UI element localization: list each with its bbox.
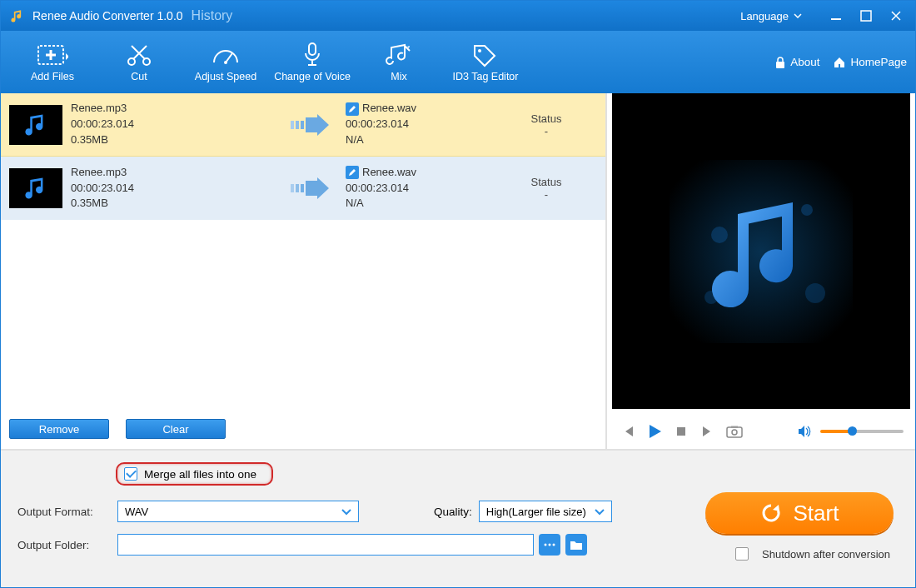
adjust-speed-button[interactable]: Adjust Speed (182, 33, 269, 92)
svg-point-26 (553, 544, 555, 546)
microphone-icon (296, 42, 328, 68)
svg-rect-9 (291, 121, 294, 129)
svg-point-17 (801, 204, 813, 216)
shutdown-checkbox[interactable] (735, 547, 749, 561)
add-files-icon (37, 42, 68, 68)
change-voice-label: Change of Voice (274, 71, 351, 82)
close-button[interactable] (885, 7, 907, 24)
about-link[interactable]: About (774, 56, 819, 69)
dest-filename: Renee.wav (362, 165, 416, 181)
svg-rect-15 (670, 160, 853, 343)
homepage-label: HomePage (850, 56, 907, 68)
mix-button[interactable]: Mix (356, 33, 442, 92)
source-size: 0.35MB (71, 196, 279, 212)
homepage-link[interactable]: HomePage (833, 56, 907, 69)
quality-select[interactable]: High(Larger file size) (479, 501, 612, 522)
file-row[interactable]: Renee.mp3 00:00:23.014 0.35MB Renee.wav … (1, 157, 605, 220)
source-duration: 00:00:23.014 (71, 117, 279, 132)
status-value: - (495, 125, 597, 137)
file-thumbnail (9, 105, 62, 145)
svg-rect-12 (291, 184, 294, 192)
status-value: - (495, 188, 597, 201)
start-button[interactable]: Start (705, 492, 894, 534)
change-voice-button[interactable]: Change of Voice (269, 33, 356, 92)
svg-rect-1 (861, 11, 871, 21)
svg-rect-21 (727, 427, 742, 437)
shutdown-option[interactable]: Shutdown after conversion (735, 547, 890, 561)
merge-option-highlighted[interactable]: Merge all files into one (116, 462, 273, 486)
file-list: Renee.mp3 00:00:23.014 0.35MB Renee.wav … (1, 93, 605, 412)
edit-icon[interactable] (346, 166, 359, 179)
maximize-button[interactable] (855, 7, 877, 24)
svg-point-25 (549, 544, 551, 546)
cut-button[interactable]: Cut (96, 33, 182, 92)
title-bar: Renee Audio Converter 1.0.0 History Lang… (1, 1, 915, 31)
minimize-button[interactable] (825, 7, 847, 24)
output-format-select[interactable]: WAV (117, 501, 359, 522)
app-title: Renee Audio Converter 1.0.0 (32, 9, 183, 22)
clear-button[interactable]: Clear (126, 419, 226, 439)
content-area: Renee.mp3 00:00:23.014 0.35MB Renee.wav … (1, 93, 915, 449)
file-panel: Renee.mp3 00:00:23.014 0.35MB Renee.wav … (1, 93, 607, 449)
prev-button[interactable] (619, 422, 637, 441)
mix-label: Mix (391, 71, 406, 82)
svg-rect-13 (296, 184, 299, 192)
source-filename: Renee.mp3 (71, 165, 279, 181)
output-folder-input[interactable] (117, 534, 534, 556)
id3-editor-button[interactable]: ID3 Tag Editor (442, 33, 529, 92)
cut-label: Cut (131, 71, 147, 82)
next-button[interactable] (699, 422, 717, 441)
svg-rect-0 (831, 18, 841, 20)
history-link[interactable]: History (192, 8, 233, 23)
svg-rect-8 (776, 62, 784, 68)
source-duration: 00:00:23.014 (71, 181, 279, 197)
stop-button[interactable] (672, 422, 690, 441)
quality-label: Quality: (434, 506, 472, 518)
output-format-label: Output Format: (17, 506, 117, 518)
preview-area (612, 93, 910, 409)
refresh-icon (760, 502, 782, 524)
file-row[interactable]: Renee.mp3 00:00:23.014 0.35MB Renee.wav … (1, 93, 605, 157)
browse-folder-button[interactable] (565, 534, 587, 556)
svg-point-18 (805, 283, 825, 303)
svg-rect-20 (677, 427, 685, 436)
language-menu[interactable]: Language (740, 10, 802, 22)
app-window: Renee Audio Converter 1.0.0 History Lang… (0, 0, 916, 588)
main-toolbar: Add Files Cut Adjust Speed Change of Voi… (1, 31, 915, 93)
volume-slider[interactable] (820, 430, 904, 433)
add-files-button[interactable]: Add Files (9, 33, 96, 92)
output-panel: Merge all files into one Output Format: … (1, 449, 915, 587)
scissors-icon (123, 42, 155, 68)
edit-icon[interactable] (346, 102, 359, 116)
dest-info: Renee.wav 00:00:23.014 N/A (346, 101, 495, 148)
id3-label: ID3 Tag Editor (453, 71, 519, 82)
mix-icon (383, 42, 415, 68)
adjust-speed-label: Adjust Speed (195, 71, 256, 82)
file-thumbnail (9, 168, 62, 208)
dest-size: N/A (346, 196, 495, 212)
shutdown-label: Shutdown after conversion (762, 548, 890, 561)
snapshot-button[interactable] (725, 422, 744, 441)
lock-icon (774, 56, 786, 69)
remove-button[interactable]: Remove (9, 419, 109, 439)
merge-checkbox[interactable] (124, 467, 137, 481)
status-label: Status (495, 176, 597, 188)
caret-down-icon (341, 508, 351, 516)
status-label: Status (495, 112, 597, 125)
output-folder-label: Output Folder: (17, 539, 117, 551)
start-label: Start (794, 501, 839, 526)
list-actions: Remove Clear (1, 412, 605, 449)
status-column: Status - (495, 112, 597, 137)
merge-label: Merge all files into one (144, 468, 256, 481)
volume-icon[interactable] (795, 422, 814, 441)
more-button[interactable] (539, 534, 560, 556)
play-button[interactable] (645, 422, 664, 441)
svg-point-22 (732, 430, 737, 435)
about-label: About (790, 56, 819, 68)
svg-rect-23 (731, 426, 738, 428)
arrow-icon (279, 112, 346, 137)
dest-size: N/A (346, 132, 495, 148)
caret-down-icon (595, 508, 605, 516)
language-label: Language (740, 10, 789, 22)
status-column: Status - (495, 176, 597, 201)
